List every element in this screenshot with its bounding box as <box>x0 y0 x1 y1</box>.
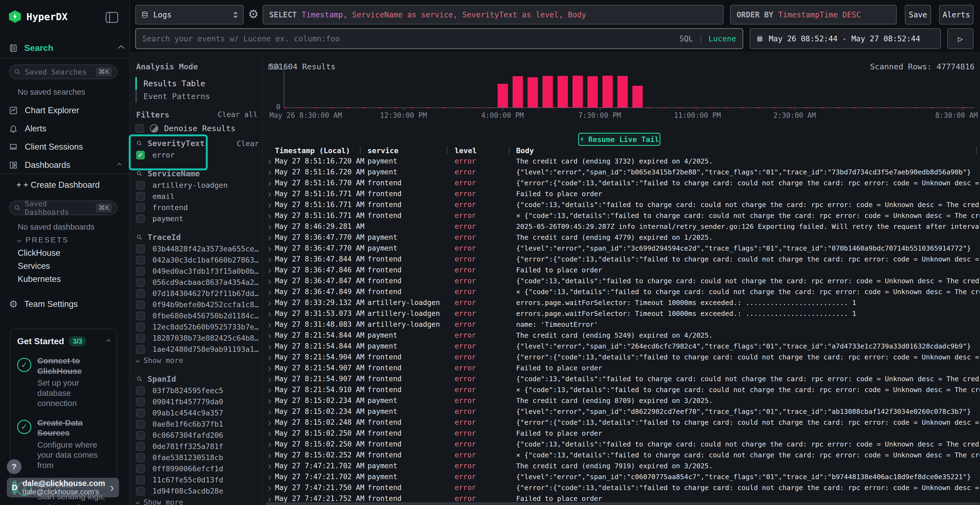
facet-value-11c67fe55c0d[interactable]: 11c67fe55c0d13fd <box>136 474 259 485</box>
col-level[interactable]: level <box>455 146 516 155</box>
table-row[interactable]: May 27 8:36:47.770 AMpaymenterrorThe cre… <box>266 232 980 243</box>
mode-event-patterns[interactable]: Event Patterns <box>135 90 255 103</box>
facet-value-0f94b9befe0b[interactable]: 0f94b9befe0b4252ccfa1c8… <box>136 299 259 310</box>
table-row[interactable]: May 27 8:31:48.083 AMartillery-loadgener… <box>266 319 980 330</box>
facet-value-18287038b73e[interactable]: 18287038b73e882425c64b8… <box>136 332 259 344</box>
help-button[interactable]: ? <box>7 459 22 474</box>
table-row[interactable]: May 27 8:51:16.720 AMpaymenterrorThe cre… <box>266 156 980 167</box>
chevron-right-icon[interactable] <box>266 495 275 503</box>
chevron-right-icon[interactable] <box>266 375 275 383</box>
table-row[interactable]: May 27 8:15:02.252 AMfrontenderror× {"co… <box>266 449 980 461</box>
run-query-button[interactable]: ▷ <box>947 28 974 49</box>
checkbox[interactable] <box>136 203 145 212</box>
chevron-right-icon[interactable] <box>266 332 275 339</box>
table-row[interactable]: May 27 8:36:47.846 AMfrontenderrorFailed… <box>266 264 980 275</box>
facet-value-03f7b824595f[interactable]: 03f7b824595feec5 <box>136 385 259 396</box>
column-resize-handle[interactable] <box>360 147 361 154</box>
select-query-input[interactable]: SELECT Timestamp , ServiceName as servic… <box>263 5 724 24</box>
checkbox[interactable] <box>136 386 145 395</box>
chevron-right-icon[interactable] <box>266 277 275 285</box>
panel-collapse-icon[interactable] <box>106 12 118 23</box>
show-more-button[interactable]: Show more <box>136 355 259 366</box>
chevron-right-icon[interactable] <box>266 321 275 329</box>
checkbox[interactable] <box>136 464 145 473</box>
facet-value-0fbe680eb456[interactable]: 0fbe680eb456750b2d1184c… <box>136 310 259 321</box>
facet-value-0fae53812305[interactable]: 0fae5381230518cb <box>136 452 259 463</box>
chevron-right-icon[interactable] <box>266 429 275 437</box>
table-row[interactable]: May 27 8:15:02.234 AMpaymenterrorThe cre… <box>266 395 980 406</box>
facet-value-frontend[interactable]: frontend <box>136 202 259 213</box>
chevron-right-icon[interactable] <box>266 397 275 405</box>
histogram-bar[interactable] <box>587 76 598 108</box>
results-histogram[interactable]: May 26 8:30:00 AM12:30:00 PM4:00:00 PM7:… <box>284 67 975 108</box>
checkbox[interactable] <box>136 420 145 429</box>
checkbox[interactable] <box>136 192 145 201</box>
facet-value-1d94f08c5acd[interactable]: 1d94f08c5acdb28e <box>136 485 259 497</box>
histogram-bar[interactable] <box>632 86 643 108</box>
chevron-right-icon[interactable] <box>266 299 275 306</box>
facet-value-12ec8dd52b60[interactable]: 12ec8dd52b60b9525733b7e… <box>136 321 259 332</box>
table-row[interactable]: May 27 8:21:54.907 AMfrontenderrorFailed… <box>266 362 980 373</box>
chevron-right-icon[interactable] <box>266 451 275 459</box>
histogram-bar[interactable] <box>557 76 568 108</box>
histogram-bar[interactable] <box>498 84 508 108</box>
chevron-right-icon[interactable] <box>266 233 275 241</box>
chevron-up-icon[interactable] <box>118 45 124 51</box>
table-row[interactable]: May 27 8:15:02.234 AMpaymenterror{"level… <box>266 406 980 417</box>
alerts-button[interactable]: Alerts <box>939 5 974 24</box>
chevron-right-icon[interactable] <box>266 386 275 394</box>
chevron-right-icon[interactable] <box>266 440 275 448</box>
saved-dashboards-input[interactable]: Saved Dashboards ⌘K <box>9 200 117 215</box>
sidebar-item-team-settings[interactable]: ⚙ Team Settings <box>9 299 78 309</box>
saved-searches-input[interactable]: Saved Searches ⌘K <box>9 65 117 79</box>
resume-live-tail-button[interactable]: Resume Live Tail <box>578 133 660 146</box>
lucene-toggle[interactable]: Lucene <box>709 34 736 43</box>
chevron-right-icon[interactable] <box>266 484 275 492</box>
table-row[interactable]: May 27 8:15:02.250 AMfrontenderrorFailed… <box>266 428 980 438</box>
table-row[interactable]: May 27 8:21:54.904 AMfrontenderror{"erro… <box>266 351 980 362</box>
create-dashboard-button[interactable]: + + Create Dashboard <box>16 180 100 190</box>
facet-value-error[interactable]: ✓error <box>136 149 259 160</box>
checkbox[interactable] <box>136 397 145 406</box>
chevron-right-icon[interactable] <box>266 364 275 372</box>
user-menu[interactable]: D dale@clickhouse.com dale@clickhouse.co… <box>7 478 119 497</box>
chevron-right-icon[interactable] <box>266 473 275 481</box>
facet-value-payment[interactable]: payment <box>136 213 259 224</box>
table-row[interactable]: May 27 8:51:16.771 AMfrontenderrorFailed… <box>266 188 980 199</box>
facet-value-artillery-lo[interactable]: artillery-loadgen <box>136 179 259 191</box>
preset-clickhouse[interactable]: ClickHouse <box>18 246 121 260</box>
save-button[interactable]: Save <box>905 5 931 24</box>
chevron-right-icon[interactable] <box>266 255 275 263</box>
chevron-right-icon[interactable] <box>266 288 275 296</box>
table-row[interactable]: May 27 8:15:02.248 AMfrontenderror{"erro… <box>266 417 980 428</box>
sidebar-item-chart-explorer[interactable]: Chart Explorer <box>0 101 130 119</box>
get-started-header[interactable]: Get Started 3/3 <box>17 336 110 346</box>
chevron-right-icon[interactable] <box>266 310 275 318</box>
denoise-checkbox[interactable] <box>135 124 144 133</box>
chevron-right-icon[interactable] <box>266 342 275 350</box>
col-service[interactable]: service <box>368 146 455 155</box>
table-row[interactable]: May 27 8:21:54.907 AMfrontenderror{"code… <box>266 373 980 384</box>
facet-value-049ed0ac3fdb[interactable]: 049ed0ac3fdb1f3f15a0b0b… <box>136 265 259 277</box>
table-row[interactable]: May 27 8:51:16.771 AMfrontenderror× {"co… <box>266 210 980 221</box>
column-resize-handle[interactable] <box>509 147 510 154</box>
checkbox[interactable] <box>136 245 145 253</box>
get-started-item[interactable]: ✓Create Data SourcesConfigure where your… <box>17 418 110 470</box>
col-timestamp[interactable]: Timestamp (Local) <box>275 146 368 155</box>
table-row[interactable]: May 27 8:51:16.771 AMfrontenderror{"code… <box>266 199 980 210</box>
table-row[interactable]: May 27 8:31:53.073 AMartillery-loadgener… <box>266 308 980 319</box>
histogram-bar[interactable] <box>573 76 583 108</box>
facet-value-09041fb45777[interactable]: 09041fb457779da0 <box>136 396 259 407</box>
histogram-bar[interactable] <box>603 76 613 108</box>
facet-value-056cd9acbaac[interactable]: 056cd9acbaac8637a4354a2… <box>136 277 259 288</box>
checkbox[interactable] <box>136 181 145 190</box>
table-row[interactable]: May 27 8:21:54.844 AMpaymenterror{"level… <box>266 341 980 351</box>
chevron-right-icon[interactable] <box>266 201 275 209</box>
facet-value-email[interactable]: email <box>136 191 259 202</box>
checkbox[interactable] <box>136 323 145 332</box>
table-row[interactable]: May 27 8:21:54.910 AMfrontenderror× {"co… <box>266 384 980 395</box>
checkbox[interactable] <box>136 311 145 320</box>
clear-all-button[interactable]: Clear all <box>218 110 258 119</box>
table-row[interactable]: May 27 8:36:47.847 AMfrontenderror{"code… <box>266 275 980 286</box>
table-row[interactable]: May 27 8:33:29.132 AMartillery-loadgener… <box>266 297 980 308</box>
